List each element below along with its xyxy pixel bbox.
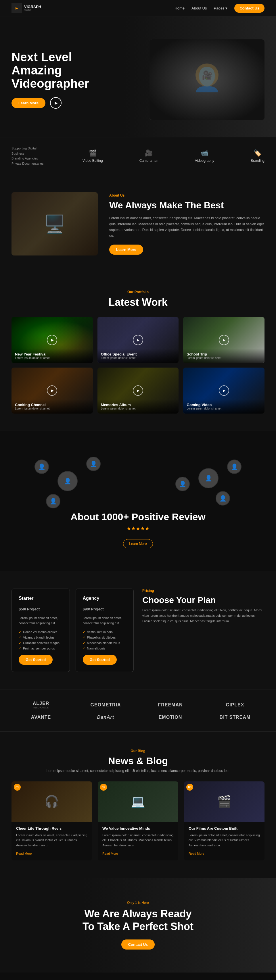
portfolio-card-5[interactable]: Gaming Video Lorem ipsum dolor sit amet — [183, 368, 265, 414]
chevron-down-icon: ▾ — [225, 6, 227, 10]
logo-icon: ▶ — [16, 6, 18, 10]
brand-geometria: GEOMETRIA — [76, 702, 135, 708]
portfolio-card-4[interactable]: Memories Album Lorem ipsum dolor sit ame… — [97, 368, 179, 414]
portfolio-card-0[interactable]: New Year Festival Lorem ipsum dolor sit … — [11, 317, 93, 363]
pricing-starter-price: $50/ Project — [19, 602, 63, 613]
portfolio-play-4[interactable] — [133, 385, 143, 396]
pricing-subtitle: Pricing — [142, 589, 265, 593]
blog-read-more-1[interactable]: Read More — [102, 852, 118, 855]
hero-play-button[interactable] — [50, 97, 62, 109]
brand-aljer: ALJER INSURANCE — [11, 701, 70, 709]
blog-body-2: Our Films Are Custom Built Lorem ipsum d… — [184, 822, 265, 861]
cta-title: We Are Always Ready To Take A Perfect Sh… — [80, 908, 196, 932]
reviews-learn-more-button[interactable]: Learn More — [123, 539, 153, 548]
avatar-3: 👤 — [86, 457, 101, 471]
avatar-8: 👤 — [215, 491, 230, 506]
portfolio-play-3[interactable] — [47, 385, 57, 396]
nav-links: Home About Us Pages ▾ Contact Us — [174, 4, 265, 13]
nav-home[interactable]: Home — [174, 6, 185, 10]
portfolio-label-4: Memories Album Lorem ipsum dolor sit ame… — [97, 399, 179, 414]
portfolio-play-0[interactable] — [47, 335, 57, 345]
service-branding: 🏷️ Branding — [251, 150, 265, 163]
logo: ▶ VIGRAPH studio — [11, 3, 41, 13]
blog-post-desc-0: Lorem ipsum dolor sit amet, consectetur … — [16, 833, 88, 848]
portfolio-card-2[interactable]: School Trip Lorem ipsum dolor sit amet — [183, 317, 265, 363]
portfolio-subtitle: Our Portfolio — [11, 290, 265, 294]
videography-icon: 📹 — [201, 150, 209, 157]
pricing-feature-0-1: Vivamus blandit lectus — [19, 635, 63, 640]
pricing-feature-0-3: Proin ac semper purus — [19, 646, 63, 651]
blog-body-1: We Value Innovative Minds Lorem ipsum do… — [98, 822, 178, 861]
pricing-cards: Starter $50/ Project Lorem ipsum dolor s… — [11, 589, 134, 671]
portfolio-label-0: New Year Festival Lorem ipsum dolor sit … — [11, 348, 93, 363]
service-videography: 📹 Videography — [195, 150, 214, 163]
portfolio-label-3: Cooking Channel Lorem ipsum dolor sit am… — [11, 399, 93, 414]
blog-img-icon-2: 🎬 — [217, 795, 231, 808]
about-description: Lorem ipsum dolor sit amet, consectetur … — [109, 215, 265, 239]
pricing-agency-desc: Lorem ipsum dolor sit amet, consectetur … — [83, 616, 127, 626]
pricing-feature-1-1: Phasellus sit ultrices — [83, 635, 127, 640]
pricing-card-starter: Starter $50/ Project Lorem ipsum dolor s… — [11, 589, 70, 671]
pricing-agency-name: Agency — [83, 596, 127, 601]
brand-bitstream: BIT STREAM — [206, 715, 265, 720]
blog-desc: Lorem ipsum dolor sit amet, consectetur … — [11, 769, 265, 773]
portfolio-play-1[interactable] — [133, 335, 143, 345]
avatar-2: 👤 — [57, 471, 78, 491]
service-video-editing: 🎬 Video Editing — [83, 150, 103, 163]
nav-about[interactable]: About Us — [191, 6, 207, 10]
pricing-card-agency: Agency $90/ Project Lorem ipsum dolor si… — [76, 589, 134, 671]
hero-learn-more-button[interactable]: Learn More — [11, 98, 45, 108]
brands-section: ALJER INSURANCE GEOMETRIA FREEMAN CIPLEX… — [0, 689, 276, 732]
pricing-agency-features: Vestibulum in odio Phasellus sit ultrice… — [83, 629, 127, 651]
portfolio-section: Our Portfolio Latest Work New Year Festi… — [0, 273, 276, 431]
blog-section: Our Blog News & Blog Lorem ipsum dolor s… — [0, 732, 276, 878]
nav-pages[interactable]: Pages ▾ — [214, 6, 228, 10]
avatar-1: 👤 — [35, 460, 49, 474]
services-tagline: Supporting Digital Business Branding Age… — [11, 146, 46, 166]
footer: ▶ VIGRAPH studio Lorem ipsum dolor sit a… — [0, 972, 276, 980]
blog-num-0: 01 — [14, 784, 21, 791]
video-editing-icon: 🎬 — [89, 150, 97, 157]
service-label-brand: Branding — [251, 159, 265, 163]
portfolio-card-1[interactable]: Office Special Event Lorem ipsum dolor s… — [97, 317, 179, 363]
blog-title: News & Blog — [11, 755, 265, 767]
blog-post-desc-2: Lorem ipsum dolor sit amet, consectetur … — [188, 833, 260, 848]
reviews-stars: ★★★★★ — [11, 525, 265, 532]
pricing-title: Choose Your Plan — [142, 595, 265, 605]
brand-emotion: EMOTION — [141, 715, 200, 720]
about-title: We Always Make The Best — [109, 200, 265, 211]
contact-button[interactable]: Contact Us — [234, 4, 265, 13]
blog-post-title-1: We Value Innovative Minds — [102, 826, 174, 830]
blog-read-more-0[interactable]: Read More — [16, 852, 32, 855]
avatar-6: 👤 — [227, 460, 241, 474]
blog-card-2: 🎬 03 Our Films Are Custom Built Lorem ip… — [184, 781, 265, 861]
cta-contact-button[interactable]: Contact Us — [121, 939, 155, 950]
pricing-starter-desc: Lorem ipsum dolor sit amet, consectetur … — [19, 616, 63, 626]
pricing-info: Pricing Choose Your Plan Lorem ipsum dol… — [142, 589, 265, 624]
about-learn-more-button[interactable]: Learn More — [109, 245, 143, 255]
pricing-description: Lorem ipsum dolor sit amet, consectetur … — [142, 608, 265, 624]
service-label-camera: Cameraman — [139, 159, 158, 163]
pricing-agency-btn[interactable]: Get Started — [83, 655, 117, 665]
pricing-section: Starter $50/ Project Lorem ipsum dolor s… — [0, 571, 276, 689]
portfolio-grid: New Year Festival Lorem ipsum dolor sit … — [11, 317, 265, 414]
avatar-5: 👤 — [198, 468, 219, 488]
blog-post-desc-1: Lorem ipsum dolor sit amet, consectetur … — [102, 833, 174, 848]
pricing-starter-name: Starter — [19, 596, 63, 601]
pricing-feature-0-2: Curabitur convallis magna — [19, 640, 63, 646]
navigation: ▶ VIGRAPH studio Home About Us Pages ▾ C… — [0, 0, 276, 16]
portfolio-play-5[interactable] — [219, 385, 229, 396]
blog-post-title-0: Cheer Life Through Reels — [16, 826, 88, 830]
portfolio-play-2[interactable] — [219, 335, 229, 345]
avatar-7: 👤 — [46, 494, 61, 508]
portfolio-card-3[interactable]: Cooking Channel Lorem ipsum dolor sit am… — [11, 368, 93, 414]
blog-post-title-2: Our Films Are Custom Built — [188, 826, 260, 830]
portfolio-label-2: School Trip Lorem ipsum dolor sit amet — [183, 348, 265, 363]
logo-sub: studio — [24, 9, 41, 11]
blog-read-more-2[interactable]: Read More — [188, 852, 204, 855]
pricing-starter-btn[interactable]: Get Started — [19, 655, 53, 665]
branding-icon: 🏷️ — [254, 150, 261, 157]
blog-num-2: 03 — [186, 784, 193, 791]
blog-img-icon-0: 🎧 — [45, 795, 59, 808]
blog-image-0: 🎧 01 — [11, 781, 92, 822]
